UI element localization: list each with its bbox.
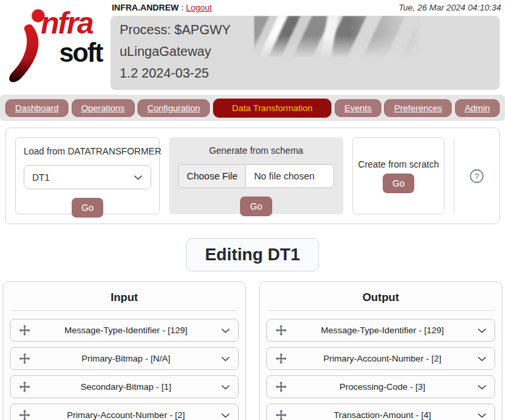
input-column: Input Message-Type-Identifier - [129] Pr… xyxy=(3,281,246,420)
column-separator xyxy=(11,310,237,311)
create-from-scratch-card: Create from scratch Go xyxy=(352,137,445,214)
help-button[interactable]: ? xyxy=(464,137,490,214)
logo-text-nfra: nfra xyxy=(41,5,93,41)
svg-text:?: ? xyxy=(475,172,479,181)
schema-file-input[interactable]: Choose File No file chosen xyxy=(178,164,334,188)
file-chosen-status: No file chosen xyxy=(246,165,322,187)
move-handle-icon[interactable] xyxy=(18,324,31,337)
input-field-row[interactable]: Message-Type-Identifier - [129] xyxy=(10,319,239,342)
chevron-down-icon[interactable] xyxy=(221,354,230,363)
tab-events[interactable]: Events xyxy=(335,99,381,117)
scratch-go-button[interactable]: Go xyxy=(383,174,415,193)
page-header: nfra soft INFRA.ANDREW : Logout Tue, 26 … xyxy=(0,0,505,93)
chevron-down-icon[interactable] xyxy=(477,326,487,335)
chevron-down-icon[interactable] xyxy=(477,411,487,420)
field-label: Primary-Bitmap - [N/A] xyxy=(31,354,221,363)
load-card-title: Load from DATATRANSFORMER xyxy=(24,146,151,156)
load-go-button[interactable]: Go xyxy=(72,198,104,218)
field-label: Transaction-Amount - [4] xyxy=(287,410,477,420)
process-version: 1.2 2024-03-25 xyxy=(120,62,500,84)
input-column-title: Input xyxy=(10,291,239,304)
username: INFRA.ANDREW xyxy=(112,3,179,12)
output-field-row[interactable]: Processing-Code - [3] xyxy=(266,375,495,398)
output-field-row[interactable]: Primary-Account-Number - [2] xyxy=(266,347,495,370)
chevron-down-icon xyxy=(133,173,143,182)
chevron-down-icon[interactable] xyxy=(221,326,230,335)
main-nav: Dashboard Operations Configuration Data … xyxy=(0,95,505,121)
move-handle-icon[interactable] xyxy=(18,352,31,365)
input-field-row[interactable]: Secondary-Bitmap - [1] xyxy=(10,375,239,398)
chevron-down-icon[interactable] xyxy=(221,411,230,420)
mapping-columns: Input Message-Type-Identifier - [129] Pr… xyxy=(3,281,502,420)
editing-title-wrap: Editing DT1 xyxy=(0,238,505,271)
move-handle-icon[interactable] xyxy=(18,381,31,393)
generate-from-schema-card: Generate from schema Choose File No file… xyxy=(169,137,343,214)
chevron-down-icon[interactable] xyxy=(477,383,487,392)
logo-text-soft: soft xyxy=(59,38,102,68)
tab-data-transformation[interactable]: Data Transformation xyxy=(213,99,331,118)
selected-transformer: DT1 xyxy=(32,172,49,183)
field-label: Message-Type-Identifier - [129] xyxy=(31,325,221,335)
field-label: Message-Type-Identifier - [129] xyxy=(287,325,477,335)
vertical-divider xyxy=(454,137,454,214)
process-info-box: Process: $APGWY uLingaGateway 1.2 2024-0… xyxy=(110,16,500,90)
tab-preferences[interactable]: Preferences xyxy=(384,99,452,117)
field-label: Processing-Code - [3] xyxy=(287,382,477,392)
tab-configuration[interactable]: Configuration xyxy=(137,99,210,117)
scratch-card-title: Create from scratch xyxy=(358,159,439,170)
column-separator xyxy=(268,310,494,311)
field-label: Primary-Account-Number - [2] xyxy=(31,410,221,420)
editing-title: Editing DT1 xyxy=(186,238,319,271)
process-info-text: Process: $APGWY uLingaGateway 1.2 2024-0… xyxy=(110,16,500,84)
move-handle-icon[interactable] xyxy=(275,352,287,365)
output-column: Output Message-Type-Identifier - [129] P… xyxy=(259,281,502,420)
field-label: Primary-Account-Number - [2] xyxy=(287,354,477,363)
move-handle-icon[interactable] xyxy=(275,324,287,337)
question-circle-icon: ? xyxy=(469,169,484,183)
tab-operations[interactable]: Operations xyxy=(72,99,135,117)
user-line: INFRA.ANDREW : Logout xyxy=(112,3,212,12)
move-handle-icon[interactable] xyxy=(18,409,31,420)
process-product: uLingaGateway xyxy=(120,41,500,62)
input-field-row[interactable]: Primary-Bitmap - [N/A] xyxy=(10,347,239,370)
move-handle-icon[interactable] xyxy=(275,409,287,420)
tab-dashboard[interactable]: Dashboard xyxy=(5,99,68,117)
move-handle-icon[interactable] xyxy=(275,381,287,393)
field-label: Secondary-Bitmap - [1] xyxy=(31,382,221,392)
datetime-label: Tue, 26 Mar 2024 04:10:34 xyxy=(398,3,501,12)
chevron-down-icon[interactable] xyxy=(477,354,487,363)
logout-link[interactable]: Logout xyxy=(186,3,212,12)
chevron-down-icon[interactable] xyxy=(221,383,230,392)
output-field-row[interactable]: Transaction-Amount - [4] xyxy=(266,404,495,420)
schema-card-title: Generate from schema xyxy=(178,145,334,156)
schema-go-button[interactable]: Go xyxy=(240,197,272,216)
output-field-row[interactable]: Message-Type-Identifier - [129] xyxy=(266,319,495,342)
load-from-datatransformer-card: Load from DATATRANSFORMER DT1 Go xyxy=(15,137,160,214)
process-name: Process: $APGWY xyxy=(120,19,500,41)
user-separator: : xyxy=(179,3,186,12)
infrasoft-logo: nfra soft xyxy=(1,4,110,91)
choose-file-button[interactable]: Choose File xyxy=(179,165,246,187)
input-field-row[interactable]: Primary-Account-Number - [2] xyxy=(10,404,239,420)
tab-admin[interactable]: Admin xyxy=(455,99,500,117)
transformer-tools-panel: Load from DATATRANSFORMER DT1 Go Generat… xyxy=(5,128,500,224)
datatransformer-select[interactable]: DT1 xyxy=(24,165,151,189)
output-column-title: Output xyxy=(266,291,495,304)
